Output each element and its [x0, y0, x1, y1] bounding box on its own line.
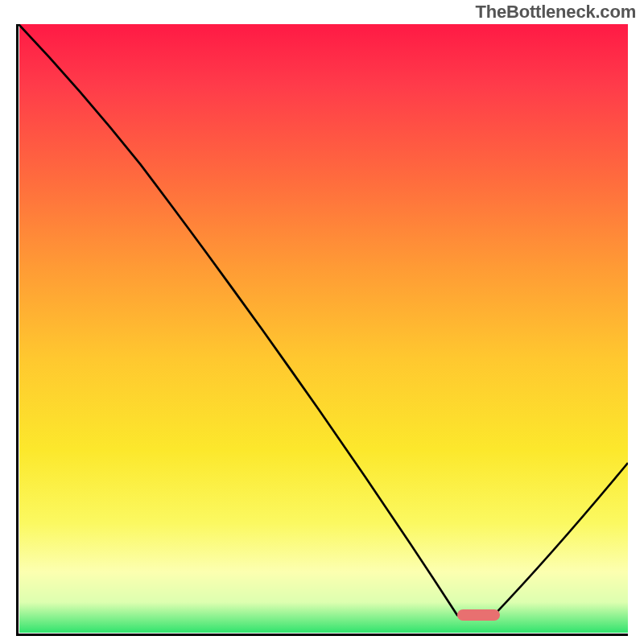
watermark-text: TheBottleneck.com [475, 2, 636, 23]
chart-plot-area [19, 24, 628, 634]
chart-background-gradient [19, 24, 628, 633]
chart-bottleneck-marker [457, 609, 500, 621]
chart-axes [16, 24, 628, 636]
